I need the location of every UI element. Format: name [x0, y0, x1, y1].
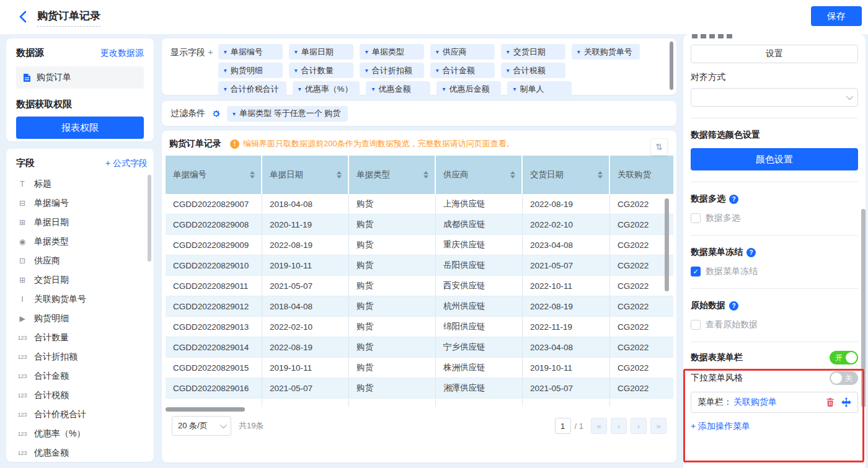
column-header[interactable]: 供应商 — [436, 156, 523, 194]
raw-data-checkbox-row[interactable]: 查看原始数据 — [691, 319, 858, 330]
help-icon[interactable]: ? — [746, 248, 756, 257]
field-item[interactable]: 123合计折扣额 — [16, 347, 148, 366]
change-datasource-link[interactable]: 更改数据源 — [100, 48, 144, 59]
add-action-menu-link[interactable]: + 添加操作菜单 — [691, 421, 858, 432]
table-row[interactable]: CGDD202208290112021-05-07购货西安供应链2022-10-… — [166, 276, 673, 296]
field-item[interactable]: 123优惠率（%） — [16, 424, 148, 443]
sort-order-button[interactable]: ⇅ — [650, 138, 668, 156]
multi-select-checkbox-row[interactable]: 数据多选 — [691, 213, 858, 224]
table-row[interactable]: CGDD202208290102019-10-11购货岳阳供应链2021-05-… — [166, 255, 673, 276]
page-scrollbar[interactable] — [861, 209, 866, 407]
field-item[interactable]: ⊞单据日期 — [16, 213, 148, 232]
column-header[interactable]: 单据日期 — [262, 156, 349, 194]
page-number-input[interactable]: 1 — [555, 418, 571, 434]
checkbox-unchecked-icon[interactable] — [691, 213, 701, 223]
datasource-item[interactable]: 购货订单 — [16, 66, 144, 89]
display-field-chip[interactable]: ▾合计数量 — [289, 63, 353, 78]
pager-first-button[interactable]: « — [591, 418, 607, 434]
field-item[interactable]: ⊞交货日期 — [16, 270, 148, 289]
move-icon[interactable] — [841, 397, 851, 407]
add-display-field-button[interactable]: + — [208, 46, 213, 57]
field-item[interactable]: 123合计价税合计 — [16, 405, 148, 424]
pager-prev-button[interactable]: ‹ — [611, 418, 627, 434]
color-settings-button[interactable]: 颜色设置 — [691, 148, 858, 170]
table-row[interactable]: CGDD202208290082020-11-19购货成都供应链2022-02-… — [166, 214, 673, 235]
settings-button[interactable]: 设置 — [691, 45, 858, 63]
field-item[interactable]: 123优惠金额 — [16, 443, 148, 462]
save-button[interactable]: 保存 — [811, 6, 862, 26]
vertical-scrollbar[interactable] — [665, 198, 669, 291]
column-sort-icon[interactable] — [510, 171, 515, 179]
display-field-chip[interactable]: ▾单据编号 — [218, 44, 283, 60]
field-item[interactable]: ⊟单据编号 — [16, 193, 148, 213]
column-label: 关联购货 — [618, 169, 651, 180]
fields-scrollbar[interactable] — [148, 175, 151, 262]
display-field-chip[interactable]: ▾合计金额 — [430, 63, 495, 78]
column-sort-icon[interactable] — [337, 171, 342, 179]
field-item[interactable]: 123合计金额 — [16, 366, 148, 386]
pager-last-button[interactable]: » — [650, 418, 666, 434]
menu-freeze-checkbox-label: 数据菜单冻结 — [706, 266, 758, 277]
field-item[interactable]: 123合计税额 — [16, 386, 148, 405]
table-row[interactable]: CGDD202208290162021-05-07购货湘潭供应链2021-05-… — [166, 378, 673, 399]
table-row[interactable]: CGDD202208290092022-08-19购货重庆供应链2023-04-… — [166, 235, 673, 255]
column-sort-icon[interactable] — [598, 171, 603, 179]
help-icon[interactable]: ? — [729, 195, 738, 204]
display-field-chip[interactable]: ▾合计折扣额 — [360, 63, 424, 78]
table-row[interactable]: CGDD202208290122018-04-08购货杭州供应链2022-08-… — [166, 296, 673, 317]
field-item[interactable]: ⊡供应商 — [16, 251, 148, 270]
dropdown-style-toggle-off[interactable]: 关 — [830, 371, 858, 385]
menu-bar-item[interactable]: 菜单栏： 关联购货单 — [691, 392, 858, 413]
field-item[interactable]: ▶购货明细 — [16, 309, 148, 328]
display-field-chip[interactable]: ▾优惠后金额 — [436, 81, 501, 97]
column-header[interactable]: 单据编号 — [166, 156, 262, 194]
display-field-chip[interactable]: ▾单据类型 — [360, 44, 424, 60]
menu-freeze-checkbox-row[interactable]: ✓ 数据菜单冻结 — [691, 266, 858, 277]
align-select[interactable] — [691, 88, 858, 107]
display-field-chip[interactable]: ▾关联购货单号 — [572, 44, 640, 60]
column-header[interactable]: 关联购货 — [610, 156, 673, 194]
add-formula-field-link[interactable]: + 公式字段 — [105, 158, 148, 169]
filter-condition-chip[interactable]: ▾ 单据类型 等于任意一个 购货 — [227, 106, 348, 121]
checkbox-unchecked-icon[interactable] — [691, 320, 701, 330]
field-item[interactable]: 123合计数量 — [16, 328, 148, 347]
display-field-chip[interactable]: ▾购货明细 — [218, 63, 283, 78]
chevron-down-icon: ▾ — [371, 86, 374, 92]
table-row[interactable]: CGDD202208290132022-02-10购货绵阳供应链2022-11-… — [166, 317, 673, 337]
table-cell: CGDD20220829015 — [166, 358, 262, 378]
field-item[interactable]: I关联购货单号 — [16, 289, 148, 309]
field-item[interactable]: ◉单据类型 — [16, 232, 148, 251]
display-field-chip[interactable]: ▾优惠率（%） — [293, 81, 360, 97]
column-header[interactable]: 交货日期 — [523, 156, 610, 194]
total-count: 共19条 — [239, 420, 547, 431]
table-row[interactable]: CGDD202208290142022-08-19购货宁乡供应链2023-04-… — [166, 337, 673, 358]
page-size-select[interactable]: 20 条/页 — [172, 416, 231, 436]
filter-settings-gear-icon[interactable] — [211, 109, 221, 118]
field-item[interactable]: T标题 — [16, 174, 148, 193]
help-icon[interactable]: ? — [729, 301, 738, 311]
column-header[interactable]: 单据类型 — [349, 156, 436, 194]
display-field-chip[interactable]: ▾供应商 — [430, 44, 495, 60]
back-icon[interactable] — [17, 10, 30, 24]
chip-label: 合计数量 — [301, 65, 334, 76]
trash-icon[interactable] — [825, 397, 835, 407]
display-field-chip[interactable]: ▾合计价税合计 — [218, 81, 286, 97]
table-row[interactable]: CGDD202208290152019-10-11购货株洲供应链2019-10-… — [166, 358, 673, 378]
column-label: 交货日期 — [530, 169, 564, 180]
column-sort-icon[interactable] — [423, 171, 428, 179]
checkbox-checked-icon[interactable]: ✓ — [691, 267, 701, 276]
display-field-chip[interactable]: ▾优惠金额 — [366, 81, 430, 97]
table-row[interactable]: CGDD202208290072018-04-08购货上海供应链2022-08-… — [166, 194, 673, 214]
horizontal-scrollbar[interactable] — [166, 407, 245, 412]
pager: 1 / 1 «‹›» — [555, 418, 666, 434]
pager-next-button[interactable]: › — [631, 418, 647, 434]
chevron-down-icon: ▾ — [436, 48, 439, 55]
report-permission-button[interactable]: 报表权限 — [16, 117, 144, 139]
column-sort-icon[interactable] — [250, 171, 255, 179]
table-menu-toggle-on[interactable]: 开 — [830, 351, 858, 364]
display-field-chip[interactable]: ▾合计税额 — [501, 63, 565, 78]
display-field-chip[interactable]: ▾交货日期 — [501, 44, 565, 60]
display-field-chip[interactable]: ▾制单人 — [507, 81, 572, 97]
chips-scrollbar[interactable] — [670, 42, 673, 90]
display-field-chip[interactable]: ▾单据日期 — [289, 44, 353, 60]
